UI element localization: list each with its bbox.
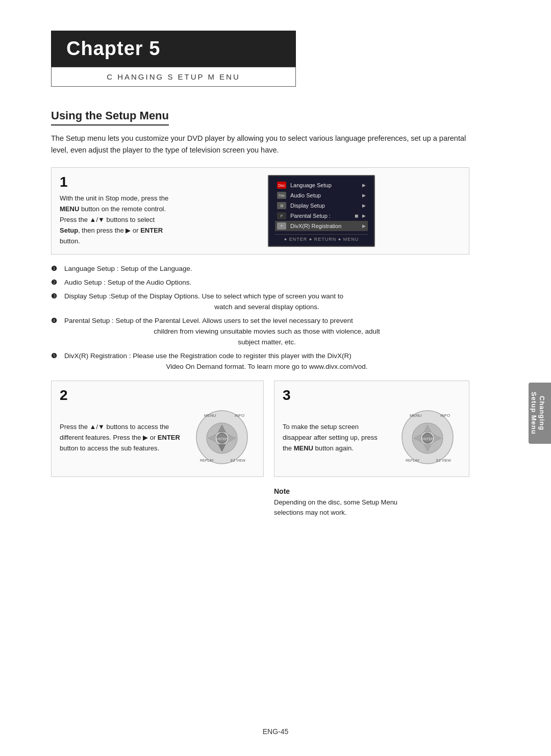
dvd-menu-item-5: ✦ DivX(R) Registration ▶ [275, 221, 368, 231]
chapter-subtitle: C HANGING S ETUP M ENU [51, 67, 296, 87]
step-3-container: 3 To make the setup screen disappear aft… [274, 381, 469, 477]
dvd-menu-item-1: Disc Language Setup ▶ [275, 180, 368, 190]
chapter-title: Chapter 5 [51, 31, 296, 67]
bullet-item-5: ❺ DivX(R) Registration : Please use the … [51, 351, 469, 372]
dvd-menu-label-3: Display Setup [290, 203, 358, 209]
remote-svg-3: ENTER MENU INFO REPLAY EZ VIEW [394, 407, 461, 468]
bullet-num-2: ❷ [51, 278, 60, 288]
svg-text:ENTER: ENTER [421, 437, 434, 441]
step-1-number: 1 [60, 175, 172, 189]
bullet-item-4: ❹ Parental Setup : Setup of the Parental… [51, 316, 469, 348]
parental-menu-icon: P [277, 212, 286, 219]
dvd-menu-label-5: DivX(R) Registration [290, 223, 358, 229]
svg-text:REPLAY: REPLAY [200, 459, 214, 462]
bullet-text-1: Language Setup : Setup of the Language. [64, 264, 469, 274]
step-1-container: 1 With the unit in Stop mode, press the … [51, 167, 469, 255]
step-1-text: With the unit in Stop mode, press the ME… [60, 193, 172, 246]
step-3-text: To make the setup screen disappear after… [283, 422, 387, 453]
step-1-left: 1 With the unit in Stop mode, press the … [60, 175, 172, 246]
disc-menu-icon: Disc [277, 182, 286, 189]
step-1-image: Disc Language Setup ▶ Title Audio Setup … [182, 175, 461, 247]
display-menu-icon: ⊞ [277, 202, 286, 209]
remote-svg-2: ENTER MENU INFO REPLAY EZ VIEW [189, 407, 255, 468]
svg-text:REPLAY: REPLAY [406, 459, 419, 462]
dvd-menu-item-2: Title Audio Setup ▶ [275, 190, 368, 200]
title-menu-icon: Title [277, 192, 286, 199]
svg-text:MENU: MENU [410, 413, 422, 418]
bullet-num-1: ❶ [51, 264, 60, 274]
step-2-number: 2 [60, 388, 255, 402]
note-box: Note Depending on the disc, some Setup M… [274, 487, 427, 518]
setup-menu-icon: ✦ [277, 222, 286, 230]
chapter-subtitle-text: C HANGING S ETUP M ENU [107, 72, 240, 81]
step-2-inner: Press the ▲/▼ buttons to access the diff… [60, 407, 255, 469]
bullet-num-3: ❸ [51, 291, 60, 301]
sidebar-tab-label: ChangingSetup Menu [530, 392, 546, 435]
bullet-num-5: ❺ [51, 351, 60, 361]
intro-paragraph: The Setup menu lets you customize your D… [51, 133, 469, 156]
bullet-text-2: Audio Setup : Setup of the Audio Options… [64, 278, 469, 288]
svg-text:MENU: MENU [204, 413, 216, 418]
sidebar-tab: ChangingSetup Menu [529, 383, 551, 444]
bullet-item-3: ❸ Display Setup :Setup of the Display Op… [51, 291, 469, 313]
step-3-note-col: 3 To make the setup screen disappear aft… [274, 381, 469, 518]
step-2-remote: ENTER MENU INFO REPLAY EZ VIEW [189, 407, 255, 469]
step-3-inner: To make the setup screen disappear after… [283, 407, 461, 469]
chapter-header: Chapter 5 C HANGING S ETUP M ENU [51, 31, 296, 87]
step-2-container: 2 Press the ▲/▼ buttons to access the di… [51, 381, 264, 477]
svg-text:ENTER: ENTER [216, 437, 228, 441]
bullet-text-4: Parental Setup : Setup of the Parental L… [64, 316, 469, 348]
dvd-menu-label-2: Audio Setup [290, 192, 358, 198]
svg-text:INFO: INFO [440, 413, 450, 418]
page: Chapter 5 C HANGING S ETUP M ENU Using t… [0, 0, 551, 756]
dvd-menu-label-4: Parental Setup : [290, 213, 350, 219]
step-3-remote: ENTER MENU INFO REPLAY EZ VIEW [394, 407, 461, 469]
dvd-menu-label-1: Language Setup [290, 182, 358, 188]
dvd-menu-bottom: ● ENTER ● RETURN ● MENU [275, 234, 368, 242]
dvd-menu-mockup: Disc Language Setup ▶ Title Audio Setup … [268, 175, 375, 247]
svg-text:INFO: INFO [235, 413, 244, 418]
steps-2-3-row: 2 Press the ▲/▼ buttons to access the di… [51, 381, 469, 518]
bullet-item-1: ❶ Language Setup : Setup of the Language… [51, 264, 469, 274]
bullet-list: ❶ Language Setup : Setup of the Language… [51, 264, 469, 372]
dvd-menu-item-4: P Parental Setup : ◼ ▶ [275, 211, 368, 221]
bullet-text-5: DivX(R) Registration : Please use the Re… [64, 351, 469, 372]
bullet-num-4: ❹ [51, 316, 60, 326]
svg-text:EZ VIEW: EZ VIEW [436, 459, 451, 462]
svg-text:EZ VIEW: EZ VIEW [231, 459, 245, 462]
note-text: Depending on the disc, some Setup Menu s… [274, 497, 427, 518]
step-2-text: Press the ▲/▼ buttons to access the diff… [60, 422, 182, 453]
note-title: Note [274, 487, 427, 495]
bullet-text-3: Display Setup :Setup of the Display Opti… [64, 291, 469, 313]
page-number: ENG-45 [263, 727, 289, 736]
bullet-text-3-centered: watch and several display options. [64, 302, 469, 313]
step-3-number: 3 [283, 388, 461, 402]
dvd-menu-item-3: ⊞ Display Setup ▶ [275, 200, 368, 211]
bullet-item-2: ❷ Audio Setup : Setup of the Audio Optio… [51, 278, 469, 288]
section-title: Using the Setup Menu [51, 109, 169, 125]
